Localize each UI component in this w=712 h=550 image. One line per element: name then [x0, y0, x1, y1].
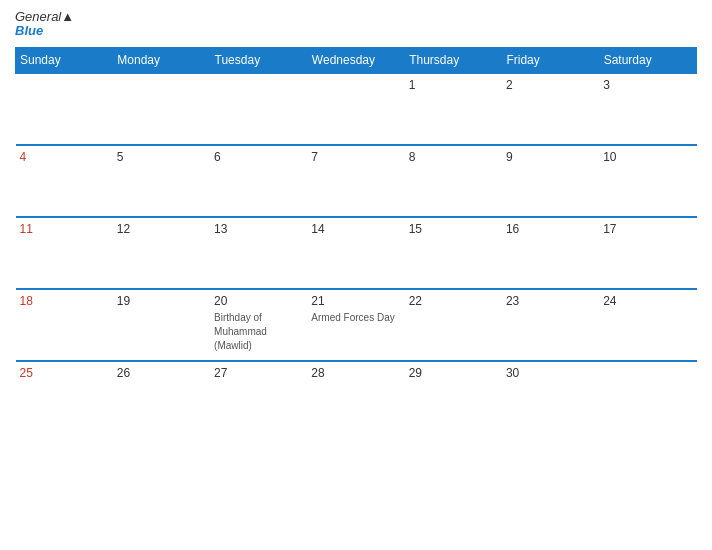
day-number: 23: [506, 294, 595, 308]
calendar-table: SundayMondayTuesdayWednesdayThursdayFrid…: [15, 47, 697, 433]
weekday-header: Friday: [502, 47, 599, 73]
calendar-cell: 18: [16, 289, 113, 361]
calendar-cell: 24: [599, 289, 696, 361]
day-number: 1: [409, 78, 498, 92]
weekday-header: Tuesday: [210, 47, 307, 73]
day-number: 9: [506, 150, 595, 164]
day-number: 12: [117, 222, 206, 236]
day-number: 29: [409, 366, 498, 380]
calendar-cell: 22: [405, 289, 502, 361]
calendar-cell: 12: [113, 217, 210, 289]
calendar-cell: 30: [502, 361, 599, 433]
day-number: 11: [20, 222, 109, 236]
day-number: 2: [506, 78, 595, 92]
day-number: 25: [20, 366, 109, 380]
calendar-cell: 27: [210, 361, 307, 433]
calendar-cell: 6: [210, 145, 307, 217]
calendar-cell: 17: [599, 217, 696, 289]
calendar-container: General▲ Blue SundayMondayTuesdayWednesd…: [0, 0, 712, 550]
weekday-header: Sunday: [16, 47, 113, 73]
weekday-header: Monday: [113, 47, 210, 73]
logo-blue-text: Blue: [15, 24, 74, 38]
day-number: 5: [117, 150, 206, 164]
calendar-cell: [113, 73, 210, 145]
calendar-cell: [599, 361, 696, 433]
day-number: 16: [506, 222, 595, 236]
day-number: 3: [603, 78, 692, 92]
day-number: 27: [214, 366, 303, 380]
day-number: 18: [20, 294, 109, 308]
logo-general-text: General▲: [15, 10, 74, 24]
day-number: 6: [214, 150, 303, 164]
calendar-week-row: 181920Birthday of Muhammad (Mawlid)21Arm…: [16, 289, 697, 361]
calendar-cell: 26: [113, 361, 210, 433]
calendar-header: General▲ Blue: [15, 10, 697, 39]
calendar-cell: 7: [307, 145, 404, 217]
day-number: 4: [20, 150, 109, 164]
day-number: 17: [603, 222, 692, 236]
calendar-cell: 14: [307, 217, 404, 289]
weekday-header: Thursday: [405, 47, 502, 73]
calendar-cell: 8: [405, 145, 502, 217]
calendar-cell: [307, 73, 404, 145]
calendar-cell: 21Armed Forces Day: [307, 289, 404, 361]
calendar-cell: 23: [502, 289, 599, 361]
weekday-header: Saturday: [599, 47, 696, 73]
day-number: 14: [311, 222, 400, 236]
calendar-week-row: 252627282930: [16, 361, 697, 433]
weekday-header: Wednesday: [307, 47, 404, 73]
holiday-text: Birthday of Muhammad (Mawlid): [214, 312, 267, 351]
day-number: 24: [603, 294, 692, 308]
holiday-text: Armed Forces Day: [311, 312, 394, 323]
day-number: 20: [214, 294, 303, 308]
logo: General▲ Blue: [15, 10, 74, 39]
calendar-cell: 25: [16, 361, 113, 433]
calendar-cell: 3: [599, 73, 696, 145]
calendar-cell: 13: [210, 217, 307, 289]
calendar-cell: 11: [16, 217, 113, 289]
day-number: 21: [311, 294, 400, 308]
day-number: 7: [311, 150, 400, 164]
calendar-cell: 5: [113, 145, 210, 217]
calendar-cell: 19: [113, 289, 210, 361]
calendar-header-row: SundayMondayTuesdayWednesdayThursdayFrid…: [16, 47, 697, 73]
calendar-week-row: 123: [16, 73, 697, 145]
calendar-cell: 1: [405, 73, 502, 145]
day-number: 22: [409, 294, 498, 308]
day-number: 15: [409, 222, 498, 236]
calendar-cell: [210, 73, 307, 145]
calendar-cell: 4: [16, 145, 113, 217]
day-number: 10: [603, 150, 692, 164]
calendar-week-row: 11121314151617: [16, 217, 697, 289]
day-number: 13: [214, 222, 303, 236]
day-number: 8: [409, 150, 498, 164]
calendar-cell: 20Birthday of Muhammad (Mawlid): [210, 289, 307, 361]
calendar-cell: 10: [599, 145, 696, 217]
calendar-week-row: 45678910: [16, 145, 697, 217]
calendar-cell: 9: [502, 145, 599, 217]
calendar-cell: 28: [307, 361, 404, 433]
day-number: 26: [117, 366, 206, 380]
day-number: 28: [311, 366, 400, 380]
calendar-cell: 15: [405, 217, 502, 289]
calendar-cell: 2: [502, 73, 599, 145]
calendar-cell: 16: [502, 217, 599, 289]
day-number: 19: [117, 294, 206, 308]
day-number: 30: [506, 366, 595, 380]
calendar-cell: 29: [405, 361, 502, 433]
calendar-cell: [16, 73, 113, 145]
